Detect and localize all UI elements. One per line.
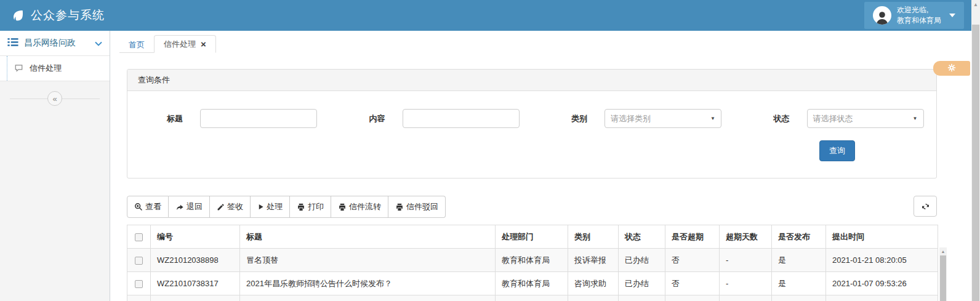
table-cell: 否	[665, 272, 720, 295]
column-header[interactable]: 编号	[151, 225, 240, 249]
table-cell: 已办结	[619, 272, 665, 295]
category-label: 类别	[532, 113, 604, 124]
letter-reject-button[interactable]: 信件驳回	[388, 196, 446, 218]
return-arrow-icon	[175, 203, 184, 211]
table-cell: -	[720, 272, 772, 295]
process-button[interactable]: 处理	[251, 196, 290, 218]
table-cell: 2021年昌乐教师招聘公告什么时候发布？	[240, 272, 496, 295]
table-cell: 教育和体育局	[496, 249, 568, 272]
print-button[interactable]: 打印	[290, 196, 331, 218]
table-cell: -	[720, 249, 772, 272]
table-cell: 教育和体育局	[496, 272, 568, 295]
letter-flow-button[interactable]: 信件流转	[331, 196, 388, 218]
refresh-button[interactable]	[914, 196, 937, 217]
close-icon[interactable]: ×	[201, 39, 206, 49]
user-menu[interactable]: 欢迎光临, 教育和体育局	[864, 2, 964, 29]
page-scrollbar[interactable]: ▲	[971, 0, 980, 301]
column-header[interactable]: 状态	[619, 225, 665, 249]
printer-icon	[297, 203, 305, 211]
sidebar-item-letter-processing[interactable]: 信件处理	[0, 56, 110, 81]
search-row: 查询	[127, 140, 936, 161]
tab-letter-processing[interactable]: 信件处理 ×	[154, 35, 216, 53]
chevron-down-icon	[949, 14, 955, 17]
table-body: WZ21012038898冒名顶替教育和体育局投诉举报已办结否-是2021-01…	[127, 249, 938, 301]
query-panel-header: 查询条件	[127, 70, 936, 91]
row-checkbox[interactable]	[135, 280, 143, 288]
toolbar-button-label: 打印	[308, 201, 324, 212]
column-header[interactable]: 是否超期	[665, 225, 720, 249]
toolbar-button-label: 信件流转	[349, 201, 381, 212]
table-cell	[496, 295, 568, 301]
column-header[interactable]: 处理部门	[496, 225, 568, 249]
refresh-icon	[921, 202, 930, 211]
user-avatar-icon	[873, 6, 891, 25]
row-checkbox[interactable]	[135, 257, 143, 265]
sidebar-collapse-button[interactable]: «	[47, 91, 62, 106]
query-panel: 查询条件 标题 内容 类别 请选择类别	[127, 69, 937, 179]
select-all-checkbox[interactable]	[135, 233, 143, 241]
toolbar-button-label: 信件驳回	[406, 201, 438, 212]
status-select[interactable]: 请选择状态 ▼	[807, 109, 924, 128]
scroll-up-icon[interactable]: ▲	[971, 0, 980, 10]
sign-button[interactable]: 签收	[210, 196, 251, 218]
table-cell	[772, 295, 826, 301]
sidebar-menu-header[interactable]: 昌乐网络问政	[0, 31, 110, 56]
chevron-down-icon: ▼	[913, 116, 918, 121]
letters-table: 编号标题处理部门类别状态是否超期超期天数是否发布提出时间 WZ210120388…	[127, 225, 938, 301]
toolbar-button-label: 处理	[267, 201, 283, 212]
query-form-row: 标题 内容 类别 请选择类别 ▼ 状	[127, 109, 936, 128]
field-group-title: 标题	[127, 109, 330, 128]
table-scrollbar-thumb[interactable]	[940, 255, 946, 301]
page-scrollbar-thumb[interactable]	[972, 25, 979, 301]
table-cell: 2021-01-07 09:53:26	[826, 272, 938, 295]
table-row-partial[interactable]	[127, 295, 938, 301]
toolbar-button-label: 签收	[227, 201, 243, 212]
table-cell	[665, 295, 720, 301]
sidebar-item-label: 信件处理	[30, 63, 62, 74]
tab-home[interactable]: 首页	[119, 35, 154, 53]
view-button[interactable]: 查看	[127, 196, 169, 218]
column-header[interactable]: 类别	[568, 225, 619, 249]
printer-icon	[338, 203, 347, 211]
toolbar-button-label: 退回	[187, 201, 203, 212]
app-header: 公众参与系统 欢迎光临, 教育和体育局	[0, 0, 971, 31]
table-cell	[720, 295, 772, 301]
table-cell	[151, 295, 240, 301]
app-brand: 公众参与系统	[11, 7, 105, 23]
query-panel-body: 标题 内容 类别 请选择类别 ▼ 状	[127, 91, 936, 161]
column-header[interactable]: 超期天数	[720, 225, 772, 249]
table-row[interactable]: WZ21012038898冒名顶替教育和体育局投诉举报已办结否-是2021-01…	[127, 249, 938, 272]
table-cell: WZ21010738317	[151, 272, 240, 295]
table-cell: 否	[665, 249, 720, 272]
field-group-status: 状态 请选择状态 ▼	[734, 109, 937, 128]
row-checkbox-cell	[127, 272, 151, 295]
scroll-up-icon[interactable]: ▲	[939, 247, 947, 255]
table-cell: 2021-01-21 08:20:05	[826, 249, 938, 272]
status-label: 状态	[734, 113, 807, 124]
settings-flap[interactable]	[933, 61, 970, 76]
table-cell: 是	[772, 272, 826, 295]
column-header[interactable]: 标题	[240, 225, 496, 249]
return-button[interactable]: 退回	[169, 196, 210, 218]
field-group-category: 类别 请选择类别 ▼	[532, 109, 734, 128]
gear-icon	[947, 63, 956, 74]
table-row[interactable]: WZ210107383172021年昌乐教师招聘公告什么时候发布？教育和体育局咨…	[127, 272, 938, 295]
column-header[interactable]: 是否发布	[772, 225, 826, 249]
chevron-down-icon[interactable]	[95, 39, 102, 48]
title-input[interactable]	[200, 109, 317, 128]
table-cell	[240, 295, 496, 301]
action-toolbar: 查看退回签收处理打印信件流转信件驳回	[127, 196, 937, 218]
table-scrollbar[interactable]: ▲	[939, 247, 947, 301]
table-cell: 咨询求助	[568, 272, 619, 295]
content-input[interactable]	[403, 109, 520, 128]
tab-bar: 首页 信件处理 ×	[110, 31, 971, 53]
table-header-row: 编号标题处理部门类别状态是否超期超期天数是否发布提出时间	[127, 225, 938, 249]
row-checkbox-cell	[127, 249, 151, 272]
column-header[interactable]: 提出时间	[826, 225, 938, 249]
search-button[interactable]: 查询	[819, 140, 855, 161]
leaf-icon	[11, 9, 25, 22]
table-cell	[619, 295, 665, 301]
category-select[interactable]: 请选择类别 ▼	[604, 109, 721, 128]
table-cell: WZ21012038898	[151, 249, 240, 272]
user-greeting: 欢迎光临, 教育和体育局	[897, 5, 941, 26]
